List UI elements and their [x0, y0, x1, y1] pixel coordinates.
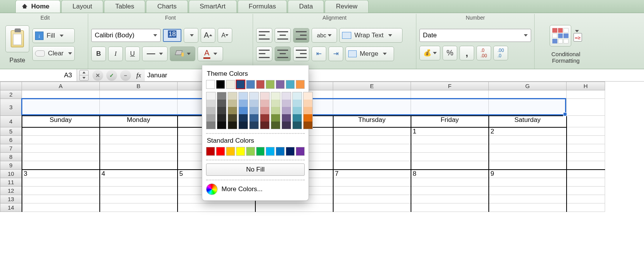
theme-shade-swatch[interactable]: [239, 100, 248, 107]
fill-color-button[interactable]: [170, 47, 195, 61]
theme-color-swatch[interactable]: [256, 80, 265, 89]
standard-color-swatch[interactable]: [266, 147, 275, 156]
row-header[interactable]: 4: [0, 116, 22, 127]
number-format-select[interactable]: Date: [419, 29, 531, 42]
standard-color-swatch[interactable]: [206, 147, 215, 156]
theme-color-swatch[interactable]: [236, 80, 245, 89]
fx-icon[interactable]: fx: [136, 72, 141, 79]
cancel-edit-button[interactable]: ✕: [92, 70, 103, 81]
calendar-cell[interactable]: [411, 195, 489, 203]
theme-shade-swatch[interactable]: [293, 114, 302, 122]
calendar-cell[interactable]: [22, 127, 100, 136]
align-top-button[interactable]: [256, 28, 272, 43]
theme-shade-swatch[interactable]: [271, 114, 280, 122]
theme-shade-swatch[interactable]: [217, 100, 226, 107]
theme-color-swatch[interactable]: [226, 80, 235, 89]
tab-review[interactable]: Review: [325, 0, 369, 13]
calendar-cell[interactable]: [489, 187, 567, 195]
standard-color-swatch[interactable]: [226, 147, 235, 156]
row-header[interactable]: 9: [0, 161, 22, 170]
theme-shade-swatch[interactable]: [271, 107, 280, 114]
theme-shade-swatch[interactable]: [271, 92, 280, 100]
name-box-stepper[interactable]: [79, 70, 89, 81]
calendar-cell[interactable]: [22, 178, 100, 187]
calendar-cell[interactable]: [411, 187, 489, 195]
row-header[interactable]: 5: [0, 127, 22, 136]
theme-shade-swatch[interactable]: [206, 92, 215, 100]
theme-shade-swatch[interactable]: [206, 100, 215, 107]
calendar-cell[interactable]: [411, 136, 489, 144]
font-color-button[interactable]: A: [198, 47, 223, 61]
calendar-cell[interactable]: [100, 144, 178, 153]
tab-data[interactable]: Data: [288, 0, 324, 13]
calendar-cell[interactable]: [333, 178, 411, 187]
dropdown-icon[interactable]: [575, 30, 579, 32]
theme-shade-swatch[interactable]: [250, 122, 258, 129]
theme-shade-swatch[interactable]: [217, 114, 226, 122]
theme-shade-swatch[interactable]: [228, 122, 237, 129]
tab-charts[interactable]: Charts: [146, 0, 188, 13]
theme-color-swatch[interactable]: [206, 80, 215, 89]
calendar-cell[interactable]: [489, 153, 567, 161]
theme-shade-swatch[interactable]: [293, 107, 302, 114]
calendar-cell[interactable]: [489, 136, 567, 144]
theme-color-swatch[interactable]: [296, 80, 305, 89]
theme-shade-swatch[interactable]: [228, 114, 237, 122]
theme-color-swatch[interactable]: [246, 80, 255, 89]
theme-shade-swatch[interactable]: [217, 122, 226, 129]
calendar-cell[interactable]: [333, 195, 411, 203]
calendar-cell[interactable]: 4: [100, 170, 178, 178]
calendar-cell[interactable]: 8: [411, 170, 489, 178]
calendar-cell[interactable]: [489, 178, 567, 187]
calendar-cell[interactable]: [333, 203, 411, 212]
theme-shade-swatch[interactable]: [282, 92, 291, 100]
standard-color-swatch[interactable]: [256, 147, 265, 156]
row-header[interactable]: 12: [0, 187, 22, 195]
calendar-cell[interactable]: 9: [489, 170, 567, 178]
theme-shade-swatch[interactable]: [260, 100, 269, 107]
theme-shade-swatch[interactable]: [304, 92, 312, 100]
formula-builder-button[interactable]: –: [120, 70, 131, 81]
calendar-cell[interactable]: [100, 136, 178, 144]
confirm-edit-button[interactable]: ✓: [106, 70, 117, 81]
calendar-cell[interactable]: [333, 127, 411, 136]
tab-smartart[interactable]: SmartArt: [189, 0, 237, 13]
align-middle-button[interactable]: [275, 28, 291, 43]
calendar-cell[interactable]: [489, 144, 567, 153]
merge-button[interactable]: Merge: [345, 47, 394, 61]
column-header[interactable]: G: [489, 82, 567, 90]
calendar-cell[interactable]: [411, 144, 489, 153]
calendar-cell[interactable]: [22, 187, 100, 195]
column-header[interactable]: B: [100, 82, 178, 90]
column-header[interactable]: H: [567, 82, 605, 90]
column-header[interactable]: F: [411, 82, 489, 90]
theme-shade-swatch[interactable]: [239, 92, 248, 100]
theme-shade-swatch[interactable]: [304, 107, 312, 114]
calendar-cell[interactable]: [100, 203, 178, 212]
theme-shade-swatch[interactable]: [206, 107, 215, 114]
theme-shade-swatch[interactable]: [304, 100, 312, 107]
calendar-cell[interactable]: [22, 195, 100, 203]
calendar-cell[interactable]: [411, 203, 489, 212]
theme-shade-swatch[interactable]: [228, 107, 237, 114]
clear-button[interactable]: Clear: [32, 46, 75, 61]
theme-shade-swatch[interactable]: [239, 107, 248, 114]
theme-shade-swatch[interactable]: [217, 107, 226, 114]
row-header[interactable]: 3: [0, 99, 22, 116]
theme-shade-swatch[interactable]: [282, 107, 291, 114]
border-button[interactable]: [142, 47, 168, 61]
calendar-cell[interactable]: [22, 161, 100, 170]
calendar-cell[interactable]: [489, 203, 567, 212]
calendar-cell[interactable]: [333, 153, 411, 161]
row-header[interactable]: 10: [0, 170, 22, 178]
calendar-cell[interactable]: [255, 203, 333, 212]
increase-indent-button[interactable]: ⇥: [329, 47, 343, 61]
theme-shade-swatch[interactable]: [282, 100, 291, 107]
theme-shade-swatch[interactable]: [260, 122, 269, 129]
name-box[interactable]: A3: [0, 69, 77, 81]
calendar-cell[interactable]: [100, 195, 178, 203]
calendar-cell[interactable]: [22, 203, 100, 212]
calendar-cell[interactable]: 3: [22, 170, 100, 178]
row-header[interactable]: 13: [0, 195, 22, 203]
standard-color-swatch[interactable]: [236, 147, 245, 156]
